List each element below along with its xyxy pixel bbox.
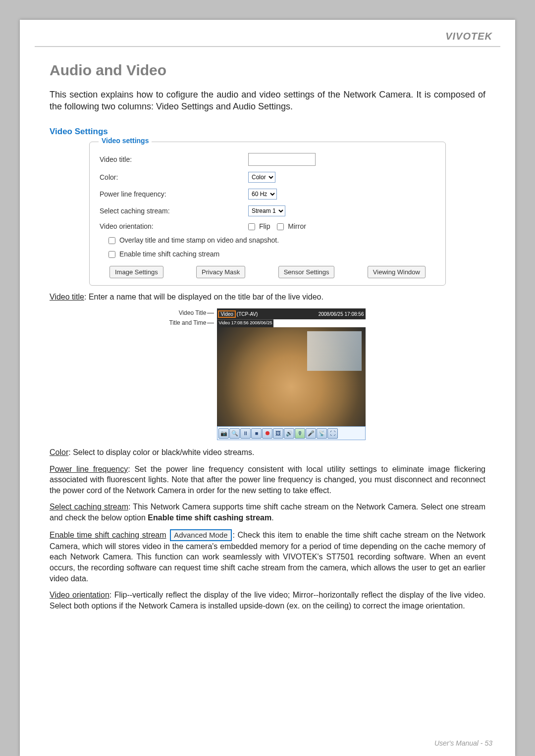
footer-label: User's Manual - (434, 739, 484, 747)
page-footer: User's Manual - 53 (434, 739, 492, 747)
header-divider (35, 46, 500, 47)
video-second-bar: Video 17:08:56 2008/06/25 (217, 319, 366, 327)
page: VIVOTEK Audio and Video This section exp… (20, 20, 515, 756)
fullscreen-icon[interactable]: ⛶ (327, 428, 338, 439)
footer-page: 53 (484, 739, 492, 747)
row-orientation: Video orientation: Flip Mirror (100, 219, 435, 233)
advanced-mode-badge: Advanced Mode (170, 529, 231, 541)
pause-icon[interactable]: ⏸ (240, 428, 251, 439)
mirror-checkbox[interactable] (277, 223, 284, 230)
section-subhead: Video Settings (50, 127, 485, 137)
video-preview-image (217, 327, 366, 426)
sensor-settings-button[interactable]: Sensor Settings (278, 266, 335, 278)
enable-ts-label: Enable time shift caching stream (119, 250, 219, 258)
broadcast-icon[interactable]: 📡 (317, 428, 327, 439)
para-sel: Select caching stream: This Network Came… (50, 502, 485, 523)
t-color: : Select to display color or black/white… (68, 448, 254, 456)
viewing-window-button[interactable]: Viewing Window (368, 266, 426, 278)
page-title: Audio and Video (50, 62, 485, 79)
video-toolbar: 📷 🔍 ⏸ ■ 🖼 🔊 🎙 🎤 📡 ⛶ (217, 426, 366, 440)
figure-labels: Video Title Title and Time (169, 308, 217, 440)
row-video-title: Video title: (100, 150, 435, 169)
color-select[interactable]: Color (248, 172, 275, 183)
para-vo: Video orientation: Flip--vertically refl… (50, 590, 485, 611)
para-ets: Enable time shift caching stream Advance… (50, 529, 485, 584)
figure-wrap: Video Title Title and Time Video (TCP-AV… (50, 308, 485, 440)
enable-ts-checkbox[interactable] (108, 251, 115, 258)
label-orientation: Video orientation: (100, 222, 248, 230)
caching-select[interactable]: Stream 1 (248, 205, 285, 216)
video-overlay-timestamp: 2008/06/25 17:08:56 (319, 311, 364, 317)
video-figure: Video (TCP-AV) 2008/06/25 17:08:56 Video… (217, 308, 366, 440)
volume-icon[interactable]: 🔊 (284, 428, 294, 439)
label-color: Color: (100, 173, 248, 181)
image-settings-button[interactable]: Image Settings (109, 266, 163, 278)
row-caching: Select caching stream: Stream 1 (100, 202, 435, 219)
row-overlay: Overlay title and time stamp on video an… (100, 233, 435, 247)
talk-icon[interactable]: 🎙 (295, 428, 305, 439)
video-overlay-proto: (TCP-AV) (237, 311, 258, 317)
b-sel: Enable time shift cashing stream (148, 513, 271, 522)
video-top-bar: Video (TCP-AV) 2008/06/25 17:08:56 (217, 308, 366, 319)
mirror-label: Mirror (288, 222, 306, 230)
overlay-checkbox[interactable] (108, 237, 115, 244)
snapshot-icon[interactable]: 🖼 (273, 428, 283, 439)
row-color: Color: Color (100, 169, 435, 186)
overlay-label: Overlay title and time stamp on video an… (119, 236, 279, 244)
u-ets: Enable time shift caching stream (50, 531, 166, 539)
plf-select[interactable]: 60 Hz (248, 189, 277, 200)
stop-icon[interactable]: ■ (251, 428, 262, 439)
para-color: Color: Select to display color or black/… (50, 447, 485, 458)
flip-label: Flip (259, 222, 270, 230)
fig-label-title: Video Title (179, 309, 207, 316)
page-header: VIVOTEK (20, 20, 515, 46)
t-sel2: . (271, 513, 273, 522)
button-row: Image Settings Privacy Mask Sensor Setti… (100, 261, 435, 278)
flip-checkbox[interactable] (248, 223, 255, 230)
privacy-mask-button[interactable]: Privacy Mask (196, 266, 245, 278)
mic-icon[interactable]: 🎤 (306, 428, 316, 439)
video-second-overlay: Video 17:08:56 2008/06/25 (217, 319, 273, 327)
video-overlay-title: Video (218, 310, 235, 318)
t-video-title: : Enter a name that will be displayed on… (84, 293, 323, 301)
label-video-title: Video title: (100, 155, 248, 163)
u-color: Color (50, 448, 68, 456)
enable-ts-option[interactable]: Enable time shift caching stream (108, 250, 219, 258)
content-area: Audio and Video This section explains ho… (20, 62, 515, 611)
u-vo: Video orientation (50, 591, 109, 599)
label-plf: Power line frequency: (100, 190, 248, 198)
t-vo: : Flip--vertically reflect the display o… (50, 591, 485, 610)
label-caching: Select caching stream: (100, 207, 248, 215)
row-plf: Power line frequency: 60 Hz (100, 186, 435, 202)
u-video-title: Video title (50, 293, 84, 301)
video-title-input[interactable] (248, 153, 316, 166)
record-icon[interactable] (262, 428, 272, 439)
overlay-option[interactable]: Overlay title and time stamp on video an… (108, 236, 279, 244)
para-video-title: Video title: Enter a name that will be d… (50, 292, 485, 302)
para-plf: Power line frequency: Set the power line… (50, 464, 485, 496)
camera-icon[interactable]: 📷 (218, 428, 229, 439)
fig-label-titletime: Title and Time (169, 319, 207, 326)
u-plf: Power line frequency (50, 465, 128, 473)
brand-text: VIVOTEK (445, 31, 492, 42)
u-sel: Select caching stream (50, 503, 128, 511)
row-enable-ts: Enable time shift caching stream (100, 247, 435, 261)
zoom-icon[interactable]: 🔍 (229, 428, 240, 439)
flip-option[interactable]: Flip (248, 222, 270, 230)
mirror-option[interactable]: Mirror (277, 222, 306, 230)
video-settings-fieldset: Video settings Video title: Color: Color… (89, 142, 446, 286)
intro-paragraph: This section explains how to cofigure th… (50, 89, 485, 113)
fieldset-legend: Video settings (99, 137, 152, 145)
